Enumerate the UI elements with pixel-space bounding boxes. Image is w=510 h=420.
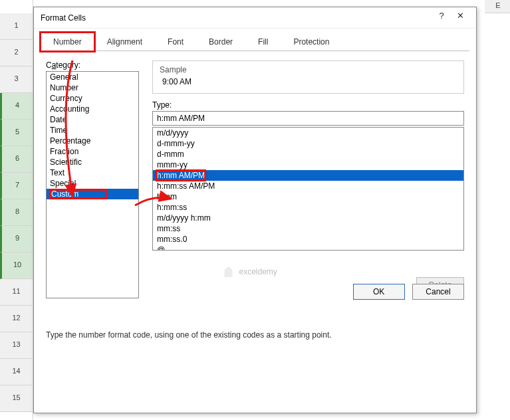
type-item[interactable]: m/d/yyyy (153, 128, 463, 138)
row-header-9[interactable]: 9 (0, 226, 33, 253)
type-item[interactable]: h:mm:ss (153, 202, 463, 213)
sample-value: 9:00 AM (160, 77, 457, 86)
titlebar: Format Cells ? ✕ (34, 7, 476, 29)
sample-label: Sample (160, 65, 457, 74)
category-item-special[interactable]: Special (47, 178, 138, 189)
watermark: exceldemy (221, 265, 277, 278)
sample-box: Sample 9:00 AM (152, 60, 464, 94)
category-item-number[interactable]: Number (47, 82, 138, 93)
type-item[interactable]: mm:ss.0 (153, 234, 463, 245)
type-item[interactable]: mm:ss (153, 223, 463, 234)
dialog-body: Category: GeneralNumberCurrencyAccountin… (34, 51, 476, 308)
category-listbox[interactable]: GeneralNumberCurrencyAccountingDateTimeP… (46, 71, 139, 298)
excel-row-headers: E 123456789101112131415 (0, 0, 33, 420)
tab-number[interactable]: Number (41, 33, 94, 51)
type-item[interactable]: h:mm AM/PM (153, 170, 463, 181)
watermark-icon (221, 265, 235, 278)
tabs-bar: NumberAlignmentFontBorderFillProtection (34, 29, 476, 51)
dialog-footer: OK Cancel (348, 284, 464, 300)
category-item-scientific[interactable]: Scientific (47, 157, 138, 167)
category-item-currency[interactable]: Currency (47, 93, 138, 104)
category-item-custom[interactable]: Custom (47, 189, 138, 199)
row-header-14[interactable]: 14 (0, 359, 33, 385)
category-item-fraction[interactable]: Fraction (47, 146, 138, 157)
type-input[interactable] (152, 111, 464, 126)
row-header-13[interactable]: 13 (0, 332, 33, 359)
row-header-12[interactable]: 12 (0, 306, 33, 332)
type-item[interactable]: @ (153, 245, 463, 251)
tab-border[interactable]: Border (196, 33, 245, 51)
cancel-button[interactable]: Cancel (412, 284, 464, 300)
row-header-6[interactable]: 6 (0, 146, 33, 173)
category-item-date[interactable]: Date (47, 114, 138, 125)
row-header-5[interactable]: 5 (0, 120, 33, 146)
row-header-3[interactable]: 3 (0, 66, 33, 93)
type-label: Type: (152, 100, 464, 110)
type-listbox[interactable]: m/d/yyyyd-mmm-yyd-mmmmmm-yyh:mm AM/PMh:m… (152, 127, 464, 251)
row-header-1[interactable]: 1 (0, 13, 33, 40)
category-item-time[interactable]: Time (47, 125, 138, 136)
type-item[interactable]: d-mmm (153, 149, 463, 159)
row-header-4[interactable]: 4 (0, 93, 33, 120)
type-item[interactable]: h:mm (153, 191, 463, 202)
row-header-8[interactable]: 8 (0, 199, 33, 226)
tab-font[interactable]: Font (155, 33, 196, 51)
row-header-15[interactable]: 15 (0, 385, 33, 412)
type-item[interactable]: mmm-yy (153, 159, 463, 170)
tab-protection[interactable]: Protection (281, 33, 342, 51)
category-item-text[interactable]: Text (47, 167, 138, 178)
type-item[interactable]: m/d/yyyy h:mm (153, 213, 463, 223)
type-item[interactable]: d-mmm-yy (153, 138, 463, 149)
close-button[interactable]: ✕ (451, 11, 469, 25)
type-item[interactable]: h:mm:ss AM/PM (153, 181, 463, 191)
tab-fill[interactable]: Fill (245, 33, 281, 51)
help-button[interactable]: ? (432, 11, 451, 25)
row-header-10[interactable]: 10 (0, 253, 33, 279)
category-item-general[interactable]: General (47, 72, 138, 82)
ok-button[interactable]: OK (353, 284, 405, 300)
row-header-11[interactable]: 11 (0, 279, 33, 306)
category-item-percentage[interactable]: Percentage (47, 136, 138, 146)
format-cells-dialog: Format Cells ? ✕ NumberAlignmentFontBord… (33, 7, 477, 413)
tab-alignment[interactable]: Alignment (94, 33, 155, 51)
row-header-2[interactable]: 2 (0, 40, 33, 66)
hint-text: Type the number format code, using one o… (46, 330, 332, 340)
dialog-title: Format Cells (41, 13, 432, 23)
row-header-7[interactable]: 7 (0, 173, 33, 199)
column-header-e[interactable]: E (485, 0, 510, 13)
category-item-accounting[interactable]: Accounting (47, 104, 138, 114)
